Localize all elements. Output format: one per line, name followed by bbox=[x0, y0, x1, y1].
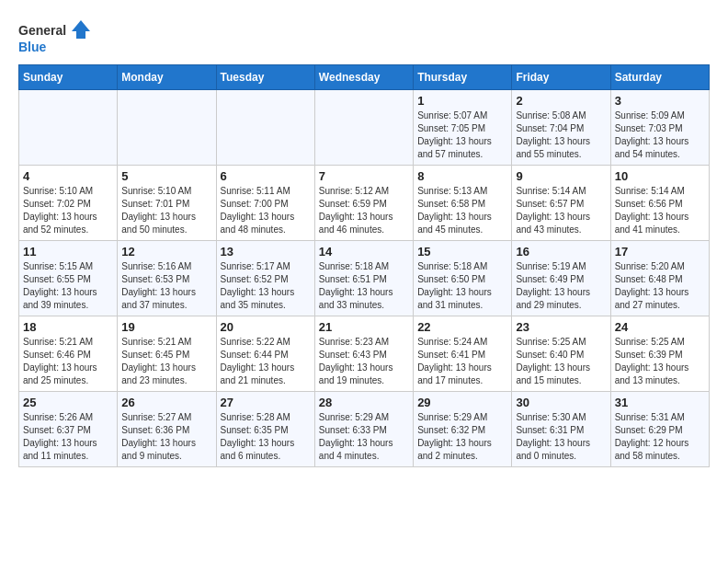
day-info: Sunrise: 5:14 AMSunset: 6:57 PMDaylight:… bbox=[516, 185, 606, 236]
day-info: Sunrise: 5:18 AMSunset: 6:51 PMDaylight:… bbox=[319, 260, 409, 312]
day-header-wednesday: Wednesday bbox=[314, 65, 413, 90]
calendar-cell: 4Sunrise: 5:10 AMSunset: 7:02 PMDaylight… bbox=[19, 166, 118, 241]
calendar-cell: 10Sunrise: 5:14 AMSunset: 6:56 PMDayligh… bbox=[610, 166, 709, 241]
calendar-cell: 3Sunrise: 5:09 AMSunset: 7:03 PMDaylight… bbox=[610, 90, 709, 166]
day-number: 2 bbox=[516, 94, 606, 108]
calendar-cell bbox=[19, 90, 118, 166]
calendar-cell: 31Sunrise: 5:31 AMSunset: 6:29 PMDayligh… bbox=[610, 392, 709, 467]
day-number: 19 bbox=[121, 320, 211, 334]
day-header-saturday: Saturday bbox=[610, 65, 709, 90]
day-number: 8 bbox=[417, 169, 507, 183]
day-number: 10 bbox=[615, 169, 705, 183]
day-header-thursday: Thursday bbox=[414, 65, 512, 90]
day-header-tuesday: Tuesday bbox=[216, 65, 314, 90]
calendar-cell: 30Sunrise: 5:30 AMSunset: 6:31 PMDayligh… bbox=[512, 392, 610, 467]
calendar-cell: 16Sunrise: 5:19 AMSunset: 6:49 PMDayligh… bbox=[512, 241, 610, 316]
day-info: Sunrise: 5:14 AMSunset: 6:56 PMDaylight:… bbox=[615, 185, 705, 236]
day-header-monday: Monday bbox=[118, 65, 216, 90]
day-number: 27 bbox=[221, 396, 311, 409]
day-info: Sunrise: 5:24 AMSunset: 6:41 PMDaylight:… bbox=[417, 336, 507, 387]
day-number: 1 bbox=[417, 94, 507, 108]
calendar-cell: 26Sunrise: 5:27 AMSunset: 6:36 PMDayligh… bbox=[118, 392, 216, 467]
day-info: Sunrise: 5:23 AMSunset: 6:43 PMDaylight:… bbox=[319, 336, 409, 387]
calendar-cell: 11Sunrise: 5:15 AMSunset: 6:55 PMDayligh… bbox=[19, 241, 118, 316]
day-number: 25 bbox=[23, 396, 113, 409]
calendar-cell: 15Sunrise: 5:18 AMSunset: 6:50 PMDayligh… bbox=[414, 241, 512, 316]
calendar-cell: 28Sunrise: 5:29 AMSunset: 6:33 PMDayligh… bbox=[314, 392, 413, 467]
day-number: 3 bbox=[615, 94, 705, 108]
day-info: Sunrise: 5:30 AMSunset: 6:31 PMDaylight:… bbox=[516, 411, 606, 463]
calendar-cell bbox=[118, 90, 216, 166]
day-number: 11 bbox=[23, 245, 113, 259]
day-info: Sunrise: 5:19 AMSunset: 6:49 PMDaylight:… bbox=[516, 260, 606, 312]
day-info: Sunrise: 5:20 AMSunset: 6:48 PMDaylight:… bbox=[615, 260, 705, 312]
calendar-cell: 8Sunrise: 5:13 AMSunset: 6:58 PMDaylight… bbox=[414, 166, 512, 241]
day-info: Sunrise: 5:21 AMSunset: 6:46 PMDaylight:… bbox=[23, 336, 113, 387]
header: General Blue bbox=[18, 18, 710, 55]
calendar-cell: 24Sunrise: 5:25 AMSunset: 6:39 PMDayligh… bbox=[610, 316, 709, 392]
day-number: 26 bbox=[121, 396, 211, 409]
calendar-cell: 17Sunrise: 5:20 AMSunset: 6:48 PMDayligh… bbox=[610, 241, 709, 316]
day-number: 14 bbox=[319, 245, 409, 259]
calendar-cell bbox=[216, 90, 314, 166]
day-info: Sunrise: 5:28 AMSunset: 6:35 PMDaylight:… bbox=[221, 411, 311, 463]
day-header-friday: Friday bbox=[512, 65, 610, 90]
day-info: Sunrise: 5:11 AMSunset: 7:00 PMDaylight:… bbox=[221, 185, 311, 236]
svg-marker-1 bbox=[72, 20, 90, 39]
week-row-1: 1Sunrise: 5:07 AMSunset: 7:05 PMDaylight… bbox=[19, 90, 710, 166]
day-number: 5 bbox=[121, 169, 211, 183]
day-number: 23 bbox=[516, 320, 606, 334]
calendar-cell: 19Sunrise: 5:21 AMSunset: 6:45 PMDayligh… bbox=[118, 316, 216, 392]
day-info: Sunrise: 5:10 AMSunset: 7:02 PMDaylight:… bbox=[23, 185, 113, 236]
day-info: Sunrise: 5:29 AMSunset: 6:32 PMDaylight:… bbox=[417, 411, 507, 463]
calendar-cell: 25Sunrise: 5:26 AMSunset: 6:37 PMDayligh… bbox=[19, 392, 118, 467]
day-number: 6 bbox=[221, 169, 311, 183]
day-number: 21 bbox=[319, 320, 409, 334]
day-number: 29 bbox=[417, 396, 507, 409]
day-number: 12 bbox=[121, 245, 211, 259]
calendar-cell bbox=[314, 90, 413, 166]
week-row-4: 18Sunrise: 5:21 AMSunset: 6:46 PMDayligh… bbox=[19, 316, 710, 392]
calendar-cell: 29Sunrise: 5:29 AMSunset: 6:32 PMDayligh… bbox=[414, 392, 512, 467]
calendar-cell: 2Sunrise: 5:08 AMSunset: 7:04 PMDaylight… bbox=[512, 90, 610, 166]
day-info: Sunrise: 5:08 AMSunset: 7:04 PMDaylight:… bbox=[516, 109, 606, 161]
day-number: 24 bbox=[615, 320, 705, 334]
day-info: Sunrise: 5:15 AMSunset: 6:55 PMDaylight:… bbox=[23, 260, 113, 312]
svg-text:Blue: Blue bbox=[18, 40, 47, 54]
day-info: Sunrise: 5:12 AMSunset: 6:59 PMDaylight:… bbox=[319, 185, 409, 236]
day-number: 20 bbox=[221, 320, 311, 334]
calendar-table: SundayMondayTuesdayWednesdayThursdayFrid… bbox=[18, 64, 710, 467]
day-info: Sunrise: 5:31 AMSunset: 6:29 PMDaylight:… bbox=[615, 411, 705, 463]
calendar-cell: 7Sunrise: 5:12 AMSunset: 6:59 PMDaylight… bbox=[314, 166, 413, 241]
day-number: 15 bbox=[417, 245, 507, 259]
svg-text:General: General bbox=[18, 23, 66, 38]
calendar-cell: 27Sunrise: 5:28 AMSunset: 6:35 PMDayligh… bbox=[216, 392, 314, 467]
day-number: 31 bbox=[615, 396, 705, 409]
calendar-cell: 6Sunrise: 5:11 AMSunset: 7:00 PMDaylight… bbox=[216, 166, 314, 241]
day-info: Sunrise: 5:18 AMSunset: 6:50 PMDaylight:… bbox=[417, 260, 507, 312]
day-info: Sunrise: 5:17 AMSunset: 6:52 PMDaylight:… bbox=[221, 260, 311, 312]
day-number: 16 bbox=[516, 245, 606, 259]
week-row-5: 25Sunrise: 5:26 AMSunset: 6:37 PMDayligh… bbox=[19, 392, 710, 467]
day-number: 4 bbox=[23, 169, 113, 183]
day-info: Sunrise: 5:13 AMSunset: 6:58 PMDaylight:… bbox=[417, 185, 507, 236]
day-info: Sunrise: 5:26 AMSunset: 6:37 PMDaylight:… bbox=[23, 411, 113, 463]
calendar-cell: 20Sunrise: 5:22 AMSunset: 6:44 PMDayligh… bbox=[216, 316, 314, 392]
calendar-cell: 18Sunrise: 5:21 AMSunset: 6:46 PMDayligh… bbox=[19, 316, 118, 392]
day-number: 22 bbox=[417, 320, 507, 334]
logo-svg: General Blue bbox=[18, 18, 92, 55]
calendar-cell: 1Sunrise: 5:07 AMSunset: 7:05 PMDaylight… bbox=[414, 90, 512, 166]
day-header-sunday: Sunday bbox=[19, 65, 118, 90]
day-number: 17 bbox=[615, 245, 705, 259]
calendar-cell: 21Sunrise: 5:23 AMSunset: 6:43 PMDayligh… bbox=[314, 316, 413, 392]
day-info: Sunrise: 5:29 AMSunset: 6:33 PMDaylight:… bbox=[319, 411, 409, 463]
day-info: Sunrise: 5:07 AMSunset: 7:05 PMDaylight:… bbox=[417, 109, 507, 161]
day-info: Sunrise: 5:09 AMSunset: 7:03 PMDaylight:… bbox=[615, 109, 705, 161]
week-row-2: 4Sunrise: 5:10 AMSunset: 7:02 PMDaylight… bbox=[19, 166, 710, 241]
calendar-cell: 14Sunrise: 5:18 AMSunset: 6:51 PMDayligh… bbox=[314, 241, 413, 316]
day-info: Sunrise: 5:10 AMSunset: 7:01 PMDaylight:… bbox=[121, 185, 211, 236]
week-row-3: 11Sunrise: 5:15 AMSunset: 6:55 PMDayligh… bbox=[19, 241, 710, 316]
calendar-cell: 12Sunrise: 5:16 AMSunset: 6:53 PMDayligh… bbox=[118, 241, 216, 316]
day-number: 30 bbox=[516, 396, 606, 409]
day-info: Sunrise: 5:21 AMSunset: 6:45 PMDaylight:… bbox=[121, 336, 211, 387]
